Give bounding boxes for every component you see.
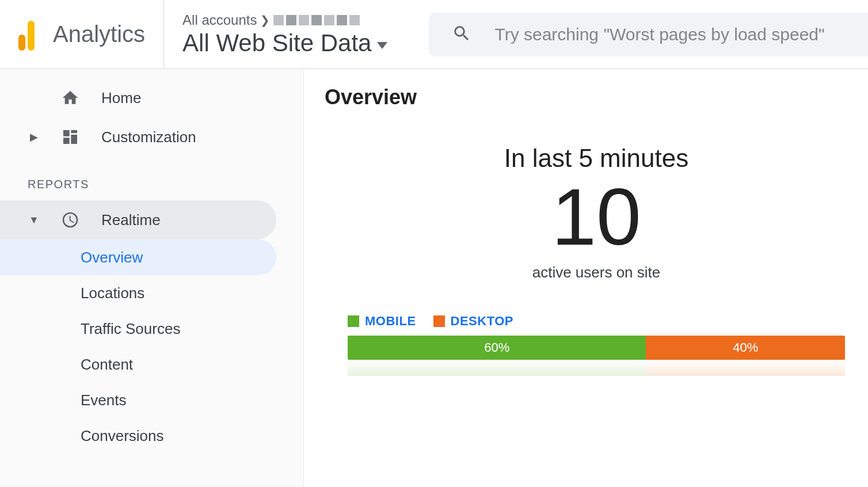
view-name: All Web Site Data (182, 29, 371, 57)
device-split-bar: 60% 40% (348, 336, 845, 360)
device-split-bar-reflection (348, 360, 845, 376)
sidebar-item-label: Locations (81, 284, 144, 302)
bar-segment-label: 40% (733, 340, 758, 355)
sidebar-item-home[interactable]: ▶ Home (0, 78, 303, 117)
account-name-redacted (273, 15, 360, 25)
active-users-caption: active users on site (325, 264, 868, 281)
sidebar-subitem-overview[interactable]: Overview (0, 239, 276, 275)
search-input[interactable] (494, 25, 868, 44)
device-legend: MOBILE DESKTOP (325, 314, 868, 329)
active-users-widget: In last 5 minutes 10 active users on sit… (325, 144, 868, 281)
sidebar-item-label: Events (81, 391, 127, 409)
product-name: Analytics (53, 21, 145, 47)
chevron-down-icon: ▼ (29, 214, 39, 226)
bar-segment-label: 60% (484, 340, 509, 355)
bar-segment-desktop: 40% (646, 336, 845, 360)
app-header: Analytics All accounts ❯ All Web Site Da… (0, 0, 868, 69)
active-users-count: 10 (325, 173, 868, 261)
legend-item-mobile[interactable]: MOBILE (348, 314, 416, 329)
bar-segment-mobile: 60% (348, 336, 646, 360)
legend-swatch-mobile (348, 315, 359, 327)
caret-down-icon (377, 42, 387, 49)
page-title: Overview (325, 85, 868, 109)
sidebar-subitem-content[interactable]: Content (0, 347, 276, 382)
legend-swatch-desktop (433, 315, 445, 327)
account-breadcrumb-label: All accounts (182, 12, 257, 28)
logo-block[interactable]: Analytics (18, 0, 164, 69)
sidebar-item-label: Customization (101, 128, 196, 146)
sidebar-item-label: Traffic Sources (81, 320, 180, 338)
analytics-logo-icon (18, 18, 35, 51)
account-picker[interactable]: All accounts ❯ All Web Site Data (164, 0, 406, 69)
time-window-label: In last 5 minutes (325, 144, 868, 173)
sidebar-subitem-traffic-sources[interactable]: Traffic Sources (0, 311, 276, 347)
global-search[interactable] (429, 13, 868, 56)
main-content: Overview In last 5 minutes 10 active use… (304, 69, 868, 487)
sidebar-nav: ▶ Home ▶ Customization REPORTS ▼ Realtim… (0, 69, 304, 487)
sidebar-subitem-conversions[interactable]: Conversions (0, 418, 276, 454)
sidebar-section-reports: REPORTS (0, 168, 303, 200)
legend-label: DESKTOP (451, 314, 513, 329)
chevron-right-icon: ❯ (260, 13, 270, 27)
search-icon (452, 24, 471, 45)
sidebar-item-label: Conversions (81, 427, 164, 445)
home-icon (60, 89, 81, 107)
sidebar-subitem-events[interactable]: Events (0, 382, 276, 418)
sidebar-item-label: Home (101, 89, 141, 107)
sidebar-item-label: Content (81, 356, 133, 374)
sidebar-item-label: Realtime (101, 211, 161, 229)
legend-label: MOBILE (365, 314, 416, 329)
sidebar-subitem-locations[interactable]: Locations (0, 275, 276, 311)
sidebar-item-realtime[interactable]: ▼ Realtime (0, 200, 276, 239)
dashboard-icon (60, 128, 81, 146)
sidebar-item-label: Overview (81, 249, 143, 267)
clock-icon (60, 211, 81, 229)
legend-item-desktop[interactable]: DESKTOP (433, 314, 513, 329)
sidebar-item-customization[interactable]: ▶ Customization (0, 117, 303, 157)
chevron-right-icon: ▶ (29, 131, 39, 143)
